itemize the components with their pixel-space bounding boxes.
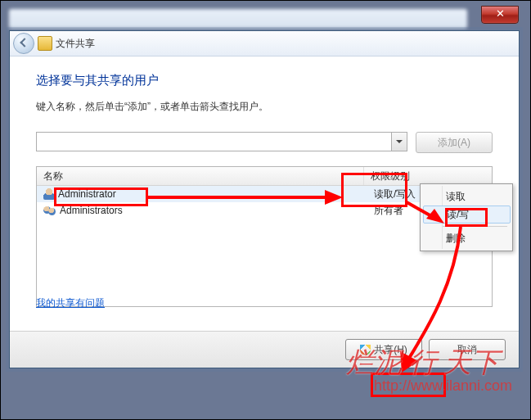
add-user-row: 添加(A) — [36, 132, 493, 153]
column-permission[interactable]: 权限级别 — [364, 167, 492, 185]
row-name-text: Administrators — [60, 205, 123, 216]
popup-item-label: 删除 — [446, 233, 466, 244]
folder-icon — [38, 36, 52, 51]
share-button[interactable]: 共享(H) — [345, 339, 422, 360]
popup-item-readwrite[interactable]: ✓ 读/写 — [423, 205, 511, 224]
page-subtext: 键入名称，然后单击“添加”，或者单击箭头查找用户。 — [36, 100, 493, 114]
row-name-cell: Administrator — [40, 188, 374, 200]
cancel-button[interactable]: 取消 — [429, 339, 506, 360]
permission-value: 读取/写入 — [374, 187, 416, 201]
add-button[interactable]: 添加(A) — [416, 132, 493, 153]
annotation-box — [371, 373, 446, 397]
dialog-footer: 共享(H) 取消 — [10, 331, 519, 368]
user-combobox[interactable] — [36, 132, 407, 151]
uac-shield-icon — [360, 345, 371, 355]
group-icon — [43, 205, 56, 216]
check-icon: ✓ — [429, 209, 437, 225]
background-window-blur — [9, 9, 467, 29]
dialog-title: 文件共享 — [56, 37, 95, 51]
popup-item-read[interactable]: 读取 — [423, 187, 511, 205]
row-name-cell: Administrators — [40, 205, 374, 216]
permission-popup: 读取 ✓ 读/写 删除 — [420, 183, 513, 251]
screenshot-frame: ✕ 文件共享 选择要与其共享的用户 键入名称，然后单击“添加”，或者单击箭头查找… — [0, 0, 531, 420]
back-button[interactable] — [13, 33, 34, 54]
combobox-drop-button[interactable] — [391, 133, 407, 151]
permission-value: 所有者 — [374, 204, 403, 218]
help-link[interactable]: 我的共享有问题 — [36, 296, 105, 310]
page-heading: 选择要与其共享的用户 — [36, 73, 493, 88]
column-name[interactable]: 名称 — [37, 167, 364, 185]
popup-separator — [443, 226, 507, 227]
share-button-label: 共享(H) — [374, 343, 407, 357]
popup-item-label: 读取 — [446, 191, 466, 202]
dialog-header: 文件共享 — [10, 31, 519, 56]
user-icon — [43, 188, 55, 200]
popup-item-delete[interactable]: 删除 — [423, 229, 511, 247]
watermark-url: http://www.ilanni.com — [374, 377, 512, 395]
window-close-button[interactable]: ✕ — [481, 6, 519, 24]
row-name-text: Administrator — [58, 188, 116, 200]
popup-item-label: 读/写 — [447, 209, 469, 220]
